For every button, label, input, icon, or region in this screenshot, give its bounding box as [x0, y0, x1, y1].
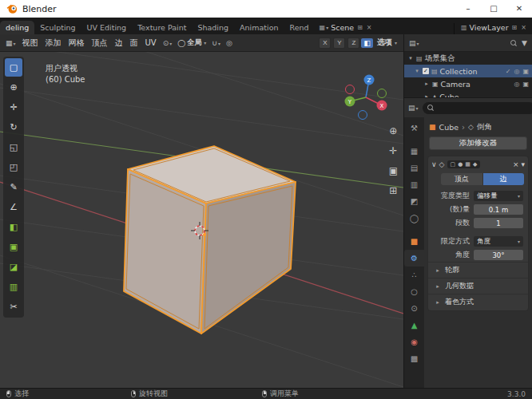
affect-edges-tab[interactable]: 边 [483, 173, 525, 185]
tab-material[interactable]: ◉ [404, 334, 424, 350]
outliner-row-scene-collection[interactable]: ▾ ▤ 场景集合 [404, 52, 532, 65]
tab-render[interactable]: ▦ [404, 143, 424, 160]
maximize-button[interactable]: □ [481, 0, 506, 18]
outliner-editor-icon[interactable]: ▤▾ [409, 39, 419, 47]
outliner-search-icon[interactable] [510, 40, 517, 46]
new-viewlayer-button[interactable]: ⊞ [511, 24, 518, 31]
section-shading[interactable]: ▸ 着色方式 [428, 294, 528, 310]
outliner-row-cube[interactable]: ▸ ▲ Cube [404, 90, 532, 97]
expand-icon[interactable]: ▾ [414, 68, 420, 74]
tool-rotate[interactable]: ↻ [5, 118, 22, 136]
properties-editor-icon[interactable]: ▤▾ [408, 104, 419, 112]
menu-mesh[interactable]: 网格 [66, 38, 88, 49]
tab-physics[interactable]: ○ [404, 283, 424, 300]
tab-world[interactable]: ◯ [404, 210, 424, 227]
menu-vertex[interactable]: 顶点 [89, 38, 111, 49]
cube-object[interactable] [124, 146, 296, 334]
hide-viewport-eye-icon[interactable]: ◎ [514, 68, 519, 75]
selectable-toggle-icon[interactable]: ✓ [506, 68, 511, 75]
viewport-canvas[interactable]: Z Y X [0, 52, 403, 388]
gizmo-neg-z[interactable] [359, 111, 367, 120]
breadcrumb-modifier[interactable]: 倒角 [477, 122, 492, 132]
gizmo-neg-x[interactable] [346, 85, 355, 94]
angle-field[interactable]: 30° [474, 250, 523, 260]
modifier-extras-icon[interactable]: ▾ [521, 160, 525, 168]
orientation-dropdown[interactable]: ◯ 全局▾ [175, 38, 208, 48]
proportional-edit-icon[interactable]: ◎ [224, 39, 235, 47]
delete-modifier-icon[interactable]: × [513, 160, 519, 168]
snap-toggle-icon[interactable]: ◧ [361, 38, 373, 48]
tool-knife[interactable]: ✂ [5, 298, 22, 316]
camera-view-icon[interactable]: ▣ [389, 165, 398, 176]
mirror-z-toggle[interactable]: Z [347, 38, 359, 49]
tool-move[interactable]: ✛ [5, 98, 22, 117]
realtime-toggle-icon[interactable]: ● [458, 161, 463, 168]
tool-cursor[interactable]: ⊕ [5, 78, 22, 97]
section-profile[interactable]: ▸ 轮廓 [428, 262, 528, 278]
disable-render-camera-icon[interactable]: ▣ [522, 68, 529, 75]
unlink-scene-button[interactable]: × [366, 24, 373, 31]
add-modifier-button[interactable]: 添加修改器 [429, 136, 527, 150]
new-scene-button[interactable]: ⊞ [356, 24, 363, 31]
tool-measure[interactable]: ∠ [5, 198, 22, 216]
workspace-tab-modeling[interactable]: deling [0, 21, 34, 34]
tab-view-layer[interactable]: ▥ [404, 176, 424, 193]
properties-search-input[interactable] [437, 104, 530, 112]
scene-name[interactable]: Scene [331, 23, 354, 32]
collection-label[interactable]: Collection [440, 67, 478, 76]
panel-divider[interactable] [403, 34, 404, 388]
perspective-toggle-icon[interactable]: ⊞ [389, 185, 398, 196]
tool-select-box[interactable]: ▢ [5, 58, 22, 77]
tab-modifiers[interactable]: ⚙ [404, 250, 424, 267]
tool-extrude[interactable]: ◧ [5, 218, 22, 236]
workspace-tab-texture-paint[interactable]: Texture Paint [132, 21, 192, 34]
collapse-chevron-icon[interactable]: ∨ [431, 160, 437, 168]
breadcrumb-object[interactable]: Cube [439, 123, 459, 132]
pivot-point-icon[interactable]: ⊙▾ [161, 39, 175, 47]
outliner-row-camera[interactable]: ▸ ▣ Camera ◎ ▣ [404, 77, 532, 90]
scene-collection-label[interactable]: 场景集合 [425, 53, 455, 64]
width-type-dropdown[interactable]: 偏移量▾ [474, 191, 523, 201]
amount-field[interactable]: 0.1 m [474, 204, 523, 215]
zoom-icon[interactable]: ⊕ [389, 125, 398, 136]
workspace-tab-shading[interactable]: Shading [192, 21, 234, 34]
workspace-tab-rendering[interactable]: Rend [284, 21, 315, 34]
disable-render-camera-icon[interactable]: ▣ [522, 81, 529, 88]
tool-bevel[interactable]: ◪ [5, 258, 22, 276]
scene-selector[interactable]: ▦▾ Scene ⊞ × [315, 23, 378, 34]
workspace-tab-sculpting[interactable]: Sculpting [34, 21, 81, 34]
camera-label[interactable]: Camera [441, 80, 470, 89]
properties-searchbox[interactable] [423, 102, 532, 114]
menu-edge[interactable]: 边 [112, 38, 126, 49]
tab-tool[interactable]: ⚒ [404, 120, 424, 136]
tab-object[interactable]: ■ [404, 233, 424, 250]
outliner-filter-icon[interactable]: ▼ [522, 39, 527, 47]
options-dropdown[interactable]: 选项▾ [374, 38, 400, 48]
tab-object-data[interactable]: ▲ [404, 317, 424, 334]
editor-type-icon[interactable]: ▦▾ [3, 39, 18, 47]
expand-icon[interactable]: ▾ [407, 55, 414, 61]
cage-toggle-icon[interactable]: ◆ [473, 161, 477, 168]
workspace-tab-uv-editing[interactable]: UV Editing [81, 21, 133, 34]
mirror-x-toggle[interactable]: X [319, 38, 331, 49]
tool-scale[interactable]: ◱ [5, 138, 22, 156]
pan-icon[interactable]: ✛ [389, 145, 398, 156]
scene-browse-icon[interactable]: ▦▾ [320, 24, 329, 31]
tab-constraints[interactable]: ⊙ [404, 300, 424, 317]
tab-output[interactable]: ▤ [404, 160, 424, 176]
hide-viewport-eye-icon[interactable]: ◎ [514, 81, 519, 88]
tool-inset[interactable]: ▣ [5, 238, 22, 256]
section-geometry[interactable]: ▸ 几何数据 [428, 278, 528, 294]
edit-mode-toggle-icon[interactable]: ▢ [451, 161, 456, 168]
viewport[interactable]: Z Y X 用户透视 (60) Cube ▢ ⊕ ✛ ↻ ◱ ◰ ✎ ∠ ◧ ▣… [0, 52, 403, 388]
minimize-button[interactable]: – [455, 0, 481, 18]
tab-texture[interactable]: ▩ [404, 350, 424, 367]
viewlayer-name[interactable]: ViewLayer [470, 23, 509, 32]
affect-vertices-tab[interactable]: 顶点 [441, 173, 483, 185]
outliner-row-collection[interactable]: ▾ ✓ ▤ Collection ✓ ◎ ▣ [404, 65, 532, 77]
limit-method-dropdown[interactable]: 角度▾ [474, 236, 523, 247]
navigation-gizmo[interactable]: Z Y X [345, 75, 387, 120]
expand-icon[interactable]: ▸ [423, 81, 430, 87]
viewlayer-selector[interactable]: ▥ ViewLayer ⊞ × [454, 23, 532, 34]
segments-field[interactable]: 1 [474, 218, 523, 228]
